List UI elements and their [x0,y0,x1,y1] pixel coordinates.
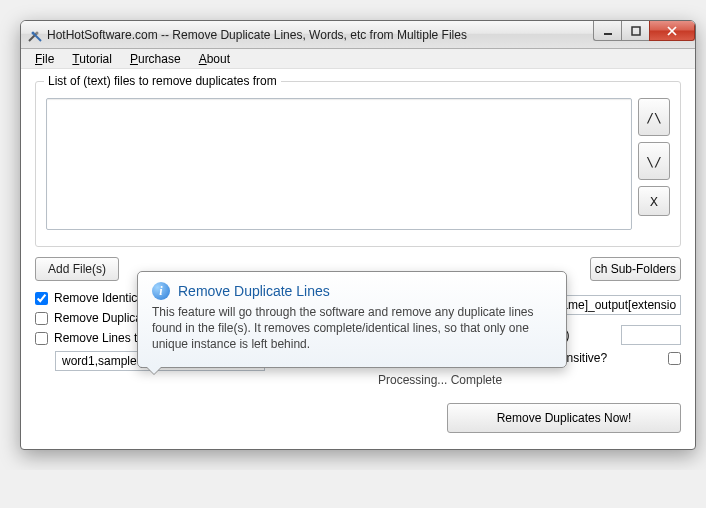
minimize-button[interactable] [593,21,621,41]
svg-rect-4 [604,33,612,35]
tooltip-body: This feature will go through the softwar… [152,304,554,353]
menu-purchase[interactable]: Purchase [122,50,189,68]
move-up-button[interactable]: /\ [638,98,670,136]
menubar: File Tutorial Purchase About [21,49,695,69]
subfolders-label: ch Sub-Folders [595,262,676,276]
app-window: HotHotSoftware.com -- Remove Duplicate L… [20,20,696,450]
add-files-button[interactable]: Add File(s) [35,257,119,281]
menu-about[interactable]: About [191,50,238,68]
files-listbox[interactable] [46,98,632,230]
maximize-button[interactable] [621,21,649,41]
delete-file-button[interactable]: X [638,186,670,216]
menu-tutorial[interactable]: Tutorial [64,50,120,68]
menu-file[interactable]: File [27,50,62,68]
app-icon [27,27,43,43]
remove-lines-checkbox[interactable] [35,292,48,305]
files-group-label: List of (text) files to remove duplicate… [44,74,281,88]
move-down-button[interactable]: \/ [638,142,670,180]
remove-duplicates-button[interactable]: Remove Duplicates Now! [447,403,681,433]
reorder-buttons: /\ \/ X [638,98,670,230]
processing-status: Processing... Complete [378,373,681,387]
search-subfolders-toggle[interactable]: ch Sub-Folders [590,257,681,281]
case-sensitive-checkbox[interactable] [668,352,681,365]
tooltip-title: Remove Duplicate Lines [178,283,330,299]
svg-rect-5 [632,27,640,35]
window-title: HotHotSoftware.com -- Remove Duplicate L… [47,28,467,42]
svg-point-3 [32,31,35,34]
remove-containing-checkbox[interactable] [35,332,48,345]
svg-point-2 [36,31,39,34]
info-tooltip: i Remove Duplicate Lines This feature wi… [137,271,567,368]
content-area: List of (text) files to remove duplicate… [21,69,695,449]
files-group: List of (text) files to remove duplicate… [35,81,681,247]
close-button[interactable] [649,21,695,41]
titlebar: HotHotSoftware.com -- Remove Duplicate L… [21,21,695,49]
line-separator-input[interactable] [621,325,681,345]
remove-words-checkbox[interactable] [35,312,48,325]
window-controls [593,21,695,41]
info-icon: i [152,282,170,300]
